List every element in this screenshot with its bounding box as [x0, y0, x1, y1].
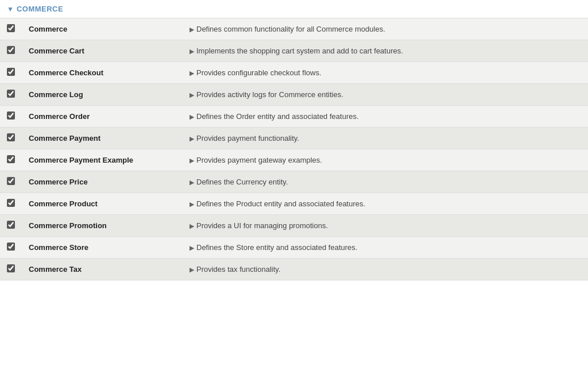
desc-arrow-icon: ▶	[189, 113, 194, 120]
module-name-commerce-cart: Commerce Cart	[29, 47, 84, 55]
module-description-commerce-price: ▶Defines the Currency entity.	[189, 178, 288, 186]
table-row: Commerce Payment Example▶Provides paymen…	[0, 149, 588, 171]
section-collapse-arrow: ▼	[7, 5, 14, 13]
checkbox-commerce-cart[interactable]	[7, 46, 15, 54]
module-name-commerce-log: Commerce Log	[29, 90, 83, 99]
module-description-commerce-order: ▶Defines the Order entity and associated…	[189, 112, 359, 121]
checkbox-commerce-payment-example[interactable]	[7, 155, 15, 163]
module-description-commerce-store: ▶Defines the Store entity and associated…	[189, 243, 357, 252]
module-description-commerce-tax: ▶Provides tax functionality.	[189, 265, 280, 274]
table-row: Commerce Order▶Defines the Order entity …	[0, 106, 588, 128]
module-description-commerce-log: ▶Provides activity logs for Commerce ent…	[189, 90, 343, 99]
desc-arrow-icon: ▶	[189, 266, 194, 273]
desc-arrow-icon: ▶	[189, 244, 194, 251]
module-name-commerce-order: Commerce Order	[29, 112, 90, 121]
table-row: Commerce Log▶Provides activity logs for …	[0, 84, 588, 106]
module-name-commerce: Commerce	[29, 25, 67, 33]
table-row: Commerce Promotion▶Provides a UI for man…	[0, 215, 588, 237]
checkbox-commerce-store[interactable]	[7, 243, 15, 251]
module-description-commerce-payment-example: ▶Provides payment gateway examples.	[189, 156, 322, 164]
table-row: Commerce Price▶Defines the Currency enti…	[0, 171, 588, 193]
module-table: Commerce▶Defines common functionality fo…	[0, 18, 588, 280]
desc-arrow-icon: ▶	[189, 222, 194, 229]
desc-arrow-icon: ▶	[189, 91, 194, 98]
section-title: COMMERCE	[17, 5, 63, 13]
checkbox-commerce-promotion[interactable]	[7, 221, 15, 229]
module-name-commerce-payment: Commerce Payment	[29, 134, 100, 143]
table-row: Commerce Product▶Defines the Product ent…	[0, 193, 588, 215]
desc-arrow-icon: ▶	[189, 157, 194, 164]
module-name-commerce-tax: Commerce Tax	[29, 265, 82, 274]
module-description-commerce: ▶Defines common functionality for all Co…	[189, 25, 385, 33]
section-header[interactable]: ▼ COMMERCE	[0, 0, 588, 18]
module-name-commerce-store: Commerce Store	[29, 243, 88, 252]
desc-arrow-icon: ▶	[189, 26, 194, 33]
table-row: Commerce Checkout▶Provides configurable …	[0, 62, 588, 84]
checkbox-commerce-product[interactable]	[7, 199, 15, 207]
table-row: Commerce Store▶Defines the Store entity …	[0, 237, 588, 259]
checkbox-commerce-order[interactable]	[7, 111, 15, 120]
desc-arrow-icon: ▶	[189, 70, 194, 76]
checkbox-commerce-log[interactable]	[7, 90, 15, 98]
checkbox-commerce-checkout[interactable]	[7, 68, 15, 76]
checkbox-commerce-payment[interactable]	[7, 133, 15, 141]
desc-arrow-icon: ▶	[189, 48, 194, 55]
module-name-commerce-promotion: Commerce Promotion	[29, 221, 107, 230]
module-description-commerce-payment: ▶Provides payment functionality.	[189, 134, 299, 143]
module-name-commerce-price: Commerce Price	[29, 178, 88, 186]
module-description-commerce-cart: ▶Implements the shopping cart system and…	[189, 47, 403, 55]
table-row: Commerce Cart▶Implements the shopping ca…	[0, 40, 588, 62]
module-description-commerce-promotion: ▶Provides a UI for managing promotions.	[189, 221, 328, 230]
checkbox-commerce-price[interactable]	[7, 177, 15, 185]
module-name-commerce-checkout: Commerce Checkout	[29, 68, 103, 77]
module-description-commerce-product: ▶Defines the Product entity and associat…	[189, 199, 365, 208]
page-wrapper: ▼ COMMERCE Commerce▶Defines common funct…	[0, 0, 588, 377]
checkbox-commerce-tax[interactable]	[7, 264, 15, 272]
module-name-commerce-payment-example: Commerce Payment Example	[29, 156, 133, 164]
table-row: Commerce Payment▶Provides payment functi…	[0, 128, 588, 149]
module-description-commerce-checkout: ▶Provides configurable checkout flows.	[189, 68, 322, 77]
desc-arrow-icon: ▶	[189, 201, 194, 207]
module-name-commerce-product: Commerce Product	[29, 199, 98, 208]
checkbox-commerce[interactable]	[7, 24, 15, 32]
table-row: Commerce Tax▶Provides tax functionality.	[0, 259, 588, 280]
desc-arrow-icon: ▶	[189, 135, 194, 142]
desc-arrow-icon: ▶	[189, 179, 194, 186]
table-row: Commerce▶Defines common functionality fo…	[0, 18, 588, 40]
